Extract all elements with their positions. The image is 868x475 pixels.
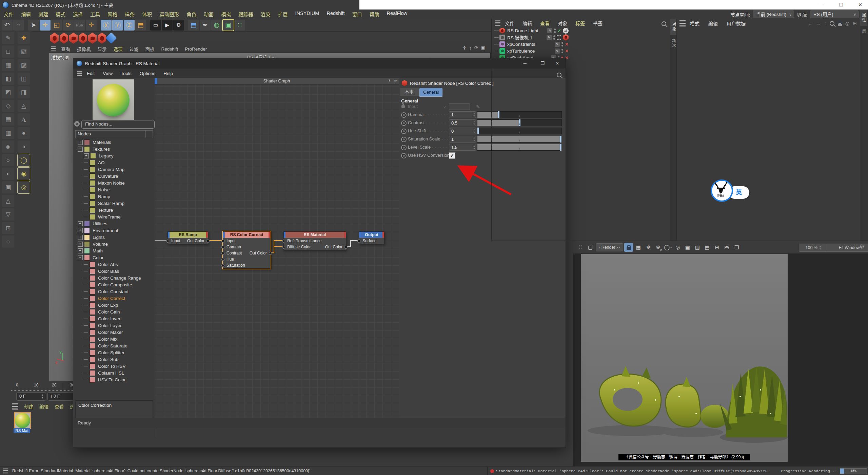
input-port[interactable] [221, 246, 224, 249]
input-link-field[interactable] [449, 103, 470, 110]
current-frame-field[interactable]: 0 F▴▾ [16, 392, 46, 401]
menu-item[interactable]: 样条 [121, 11, 138, 18]
tree-item[interactable]: Ramp [84, 193, 110, 200]
visibility-dots-icon[interactable] [554, 28, 556, 33]
tab-general[interactable]: General [419, 88, 442, 97]
rv-pv-icon[interactable]: PV [723, 243, 731, 252]
tree-item[interactable]: Color Constant [84, 288, 129, 295]
tree-item[interactable]: + Volume [78, 241, 108, 247]
status-menu-icon[interactable] [3, 469, 8, 473]
node-header[interactable]: Output [359, 232, 384, 238]
edit-toggle-icon[interactable]: ✎ [555, 42, 560, 47]
tree-item[interactable]: + Lights [78, 234, 105, 241]
port-ring-icon[interactable] [401, 129, 407, 134]
tool-lock-x[interactable]: Ⓧ [101, 20, 112, 31]
om-menu-item[interactable]: 文件 [501, 20, 518, 26]
tree-item[interactable]: AO [84, 159, 105, 166]
viewport-nav-icon[interactable]: ✛ [462, 45, 467, 51]
value-field[interactable]: 1▴▾ [449, 111, 476, 118]
tool-add-primitive[interactable]: ⬒ [188, 20, 199, 31]
rs-material-icon[interactable] [50, 33, 59, 44]
palette-tool-icon[interactable]: ▤ [2, 113, 14, 126]
shader-window-titlebar[interactable]: Redshift Shader Graph - RS Material ─ ❐ … [73, 58, 566, 69]
shader-menu-icon[interactable] [77, 71, 82, 76]
output-port[interactable] [344, 246, 348, 249]
shader-graph-canvas[interactable]: Shader Graph ✛⟳ RS Ramp Input Out Color [155, 78, 399, 418]
object-row[interactable]: RS Dome Light ✎ ✓ ⇄ [492, 27, 670, 34]
am-search-icon[interactable] [830, 21, 834, 26]
value-slider[interactable] [477, 111, 562, 118]
node-rs-material[interactable]: RS Material Refr Transmittance Diffuse C… [283, 231, 346, 250]
viewport-nav-icon[interactable]: ▣ [481, 45, 485, 51]
tree-item[interactable]: Color Maker [84, 329, 123, 336]
tree-expander[interactable]: + [84, 153, 89, 158]
graph-pan-icon[interactable]: ✛ [387, 78, 391, 84]
tree-item[interactable]: + Utilities [78, 220, 107, 227]
viewport-menu-item[interactable]: 查看 [58, 45, 74, 52]
tree-item[interactable]: + Legacy [84, 152, 114, 159]
object-name[interactable]: xpConstraints [507, 42, 535, 47]
palette-tool-icon[interactable]: △ [2, 195, 14, 207]
menu-item[interactable]: 跟踪器 [235, 11, 257, 18]
rv-image-focus-icon[interactable]: ▣ [683, 243, 692, 252]
tree-item[interactable]: Color Sub [84, 356, 118, 363]
node-header[interactable]: RS Ramp [168, 232, 208, 238]
node-rs-color-correct[interactable]: RS Color Correct Input Gamma Contrast Ou… [223, 231, 271, 269]
viewport-menu-item[interactable]: 摄像机 [74, 45, 94, 52]
menu-item[interactable]: Redshift [323, 11, 348, 18]
target-icon[interactable] [557, 35, 561, 40]
menu-item[interactable]: 模式 [52, 11, 69, 18]
eyedropper-icon[interactable]: ✐ [474, 104, 482, 109]
palette-tool-icon[interactable]: ◈ [2, 140, 14, 153]
shader-menu-item[interactable]: Help [159, 71, 177, 76]
port-ring-icon[interactable] [401, 120, 407, 126]
tree-item[interactable]: Color Exp [84, 302, 118, 308]
tree-item[interactable]: Color Saturate [84, 342, 127, 349]
menu-item[interactable]: INSYDIUM [292, 11, 323, 18]
tree-item[interactable]: Camera Map [84, 166, 124, 173]
timeline-ruler[interactable]: 0102030 [11, 383, 73, 391]
rv-crop-icon[interactable]: ▢ [586, 243, 595, 252]
shader-menu-item[interactable]: Edit [83, 71, 99, 76]
palette-tool-icon[interactable]: ✎ [2, 32, 14, 44]
palette-tool-icon[interactable]: ◨ [18, 86, 30, 98]
palette-tool-icon[interactable]: ▦ [2, 59, 14, 71]
shader-menu-item[interactable]: Tools [117, 71, 136, 76]
viewport-menu-item[interactable]: Redshift [158, 46, 182, 52]
viewport-menu-item[interactable]: 过滤 [126, 45, 142, 52]
rv-copy-icon[interactable]: ❏ [732, 243, 741, 252]
tree-item[interactable]: Color To HSV [84, 363, 126, 369]
rv-lock-icon[interactable] [624, 243, 633, 252]
graph-reload-icon[interactable]: ⟳ [393, 78, 397, 84]
tool-lock-y[interactable]: Ⓨ [112, 20, 123, 31]
viewport-nav-icon[interactable]: ↕ [469, 45, 472, 51]
am-nav-icon[interactable]: ◎ [845, 21, 849, 26]
am-menu-item[interactable]: 模式 [686, 20, 704, 27]
value-slider[interactable] [477, 144, 562, 151]
tool-rotate[interactable]: ⟳ [63, 20, 74, 31]
menu-item[interactable]: 渲染 [257, 11, 274, 18]
palette-tool-icon[interactable]: ◌ [2, 235, 14, 248]
rs-proxy-icon[interactable] [98, 33, 106, 44]
rv-region-icon[interactable]: ⠿ [576, 243, 585, 252]
tree-expander[interactable]: + [78, 221, 83, 226]
object-row[interactable]: RS 摄像机.1 ✎ [492, 34, 670, 41]
viewport-menu-icon[interactable] [51, 46, 56, 51]
input-port[interactable] [166, 240, 169, 243]
tree-item[interactable]: Texture [84, 207, 113, 213]
value-field[interactable]: 0▴▾ [449, 128, 476, 134]
close-button[interactable]: ✕ [852, 0, 868, 10]
menu-item[interactable]: 创建 [35, 11, 52, 18]
keyframe-field[interactable]: ‖ 0 F [47, 392, 77, 401]
am-menu-item[interactable]: 用户数据 [722, 20, 750, 27]
nodes-tree-header[interactable]: Nodes [75, 130, 146, 138]
rs-camera-icon[interactable] [69, 33, 78, 44]
tree-item[interactable]: Scalar Ramp [84, 200, 124, 207]
palette-tool-icon[interactable]: ▥ [2, 127, 14, 139]
menu-item[interactable]: 角色 [183, 11, 200, 18]
maximize-button[interactable]: ❐ [833, 0, 849, 10]
input-port[interactable] [221, 258, 224, 261]
menu-item[interactable]: 动画 [200, 11, 217, 18]
menu-item[interactable]: 文件 [0, 11, 17, 18]
viewport-menu-item[interactable]: 显示 [94, 45, 110, 52]
